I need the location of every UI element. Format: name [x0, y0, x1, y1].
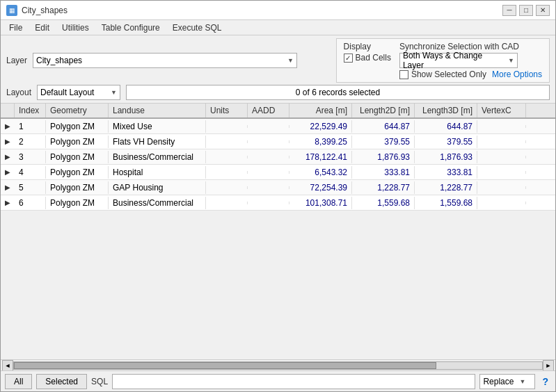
th-index[interactable]: Index: [15, 104, 46, 117]
td-aadd: [248, 171, 289, 174]
row-arrow: ▶: [1, 138, 15, 145]
td-units: [206, 202, 248, 204]
td-aadd: [248, 125, 289, 128]
sql-input[interactable]: [112, 374, 475, 389]
td-len3d: 379.55: [415, 136, 477, 148]
selected-button[interactable]: Selected: [36, 374, 87, 389]
table-row[interactable]: ▶ 3 Polygon ZM Business/Commercial 178,1…: [1, 149, 555, 165]
td-len3d: 644.87: [415, 120, 477, 133]
td-area: 8,399.25: [289, 136, 352, 148]
td-geometry: Polygon ZM: [46, 197, 109, 209]
toolbar: Layer City_shapes ▼ Display Bad Cells Sy…: [1, 35, 555, 103]
table-row[interactable]: ▶ 5 Polygon ZM GAP Housing 72,254.39 1,2…: [1, 180, 555, 195]
layout-label: Layout: [6, 88, 31, 97]
show-selected-checkbox[interactable]: [399, 70, 408, 79]
table-header: Index Geometry Landuse Units AADD Area […: [1, 104, 555, 119]
table-body: ▶ 1 Polygon ZM Mixed Use 22,529.49 644.8…: [1, 119, 555, 359]
td-landuse: Hospital: [109, 166, 206, 179]
td-landuse: Flats VH Density: [109, 136, 206, 148]
th-landuse[interactable]: Landuse: [109, 104, 206, 117]
bottom-bar: All Selected SQL Replace ▼ ?: [1, 370, 555, 391]
td-len2d: 379.55: [352, 136, 415, 148]
td-vertexc: [477, 202, 526, 204]
layer-combo-arrow: ▼: [287, 57, 294, 64]
replace-combo[interactable]: Replace ▼: [479, 374, 535, 389]
td-index: 5: [15, 181, 46, 194]
td-index: 3: [15, 151, 46, 163]
row-selector-header: [1, 104, 15, 117]
td-len3d: 1,876.93: [415, 151, 477, 163]
replace-value: Replace: [483, 377, 514, 386]
td-area: 178,122.41: [289, 151, 352, 163]
th-geometry[interactable]: Geometry: [46, 104, 109, 117]
td-len2d: 333.81: [352, 166, 415, 179]
help-button[interactable]: ?: [539, 376, 551, 387]
sync-combo[interactable]: Both Ways & Change Layer ▼: [399, 53, 518, 68]
td-aadd: [248, 140, 289, 143]
td-len2d: 1,559.68: [352, 197, 415, 209]
table-row[interactable]: ▶ 4 Polygon ZM Hospital 6,543.32 333.81 …: [1, 165, 555, 180]
more-options-link[interactable]: More Options: [492, 70, 542, 79]
th-aadd[interactable]: AADD: [248, 104, 289, 117]
td-units: [206, 186, 248, 189]
td-aadd: [248, 156, 289, 158]
td-len3d: 1,559.68: [415, 197, 477, 209]
menu-utilities[interactable]: Utilities: [56, 22, 95, 34]
layout-combo[interactable]: Default Layout ▼: [37, 85, 120, 100]
minimize-button[interactable]: ─: [502, 5, 516, 16]
row-arrow: ▶: [1, 168, 15, 176]
td-area: 6,543.32: [289, 166, 352, 179]
td-landuse: Business/Commercial: [109, 151, 206, 163]
td-index: 1: [15, 120, 46, 133]
bad-cells-row: Bad Cells: [344, 53, 391, 63]
td-aadd: [248, 202, 289, 204]
scroll-right-button[interactable]: ►: [543, 360, 554, 371]
td-geometry: Polygon ZM: [46, 120, 109, 133]
sql-label: SQL: [91, 377, 108, 386]
sync-group: Synchronize Selection with CAD Both Ways…: [399, 42, 542, 79]
th-vertexc[interactable]: VertexC: [477, 104, 526, 117]
td-units: [206, 125, 248, 128]
maximize-button[interactable]: □: [519, 5, 533, 16]
table-row[interactable]: ▶ 2 Polygon ZM Flats VH Density 8,399.25…: [1, 134, 555, 149]
table-row[interactable]: ▶ 1 Polygon ZM Mixed Use 22,529.49 644.8…: [1, 119, 555, 134]
close-button[interactable]: ✕: [536, 5, 550, 16]
display-label: Display: [344, 42, 391, 51]
records-selected-text: 0 of 6 records selected: [296, 88, 380, 97]
th-len2d[interactable]: Length2D [m]: [352, 104, 415, 117]
sync-label: Synchronize Selection with CAD: [399, 42, 542, 51]
td-len3d: 1,228.77: [415, 181, 477, 194]
bad-cells-checkbox[interactable]: [344, 54, 353, 63]
layer-combo[interactable]: City_shapes ▼: [33, 53, 297, 68]
td-vertexc: [477, 125, 526, 128]
td-vertexc: [477, 186, 526, 189]
menu-file[interactable]: File: [3, 22, 28, 34]
title-bar: ▦ City_shapes ─ □ ✕: [1, 1, 555, 20]
td-len2d: 644.87: [352, 120, 415, 133]
td-len3d: 333.81: [415, 166, 477, 179]
all-button[interactable]: All: [5, 374, 32, 389]
menu-table-configure[interactable]: Table Configure: [96, 22, 166, 34]
table-row[interactable]: ▶ 6 Polygon ZM Business/Commercial 101,3…: [1, 195, 555, 211]
td-area: 101,308.71: [289, 197, 352, 209]
show-selected-label: Show Selected Only: [411, 70, 486, 79]
th-len3d[interactable]: Length3D [m]: [415, 104, 477, 117]
td-landuse: Business/Commercial: [109, 197, 206, 209]
td-geometry: Polygon ZM: [46, 136, 109, 148]
td-geometry: Polygon ZM: [46, 166, 109, 179]
th-units[interactable]: Units: [206, 104, 248, 117]
layer-value: City_shapes: [36, 56, 82, 65]
horizontal-scrollbar[interactable]: [13, 361, 543, 370]
td-units: [206, 156, 248, 158]
records-badge: 0 of 6 records selected: [126, 85, 550, 100]
row-arrow: ▶: [1, 153, 15, 161]
td-len2d: 1,876.93: [352, 151, 415, 163]
td-len2d: 1,228.77: [352, 181, 415, 194]
toolbar-line1: Layer City_shapes ▼ Display Bad Cells Sy…: [6, 38, 550, 83]
show-selected-row: Show Selected Only More Options: [399, 70, 542, 79]
bad-cells-label: Bad Cells: [356, 53, 391, 63]
scroll-left-button[interactable]: ◄: [2, 360, 13, 371]
menu-execute-sql[interactable]: Execute SQL: [167, 22, 228, 34]
menu-edit[interactable]: Edit: [29, 22, 55, 34]
th-area[interactable]: Area [m]: [289, 104, 352, 117]
